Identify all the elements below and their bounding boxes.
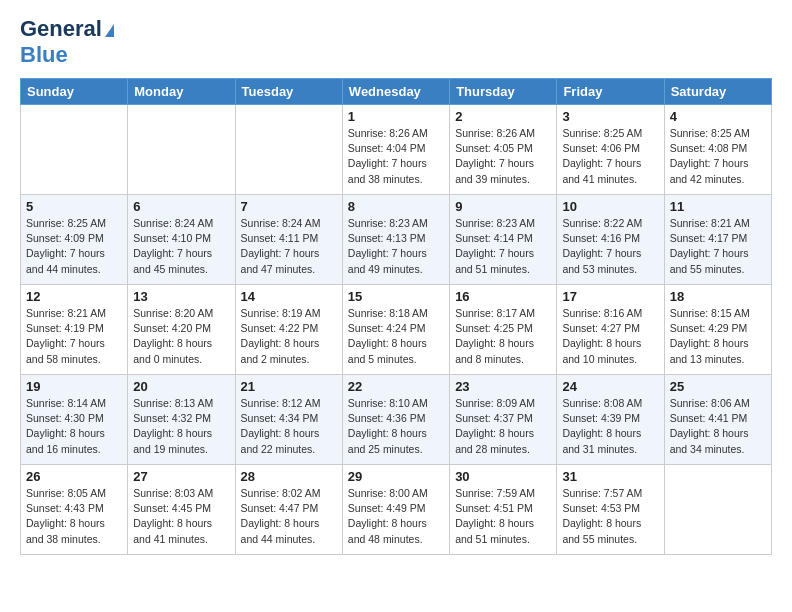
calendar-cell: 14Sunrise: 8:19 AM Sunset: 4:22 PM Dayli…: [235, 285, 342, 375]
day-number: 30: [455, 469, 551, 484]
calendar-cell: 20Sunrise: 8:13 AM Sunset: 4:32 PM Dayli…: [128, 375, 235, 465]
day-info: Sunrise: 8:12 AM Sunset: 4:34 PM Dayligh…: [241, 396, 337, 457]
day-info: Sunrise: 8:25 AM Sunset: 4:09 PM Dayligh…: [26, 216, 122, 277]
weekday-header: Sunday: [21, 79, 128, 105]
day-info: Sunrise: 8:24 AM Sunset: 4:10 PM Dayligh…: [133, 216, 229, 277]
calendar-cell: [128, 105, 235, 195]
calendar-cell: 26Sunrise: 8:05 AM Sunset: 4:43 PM Dayli…: [21, 465, 128, 555]
day-number: 24: [562, 379, 658, 394]
logo: General Blue: [20, 16, 114, 68]
day-number: 7: [241, 199, 337, 214]
logo-triangle-icon: [105, 24, 114, 37]
day-number: 29: [348, 469, 444, 484]
day-number: 10: [562, 199, 658, 214]
day-info: Sunrise: 7:57 AM Sunset: 4:53 PM Dayligh…: [562, 486, 658, 547]
day-info: Sunrise: 8:13 AM Sunset: 4:32 PM Dayligh…: [133, 396, 229, 457]
calendar-cell: [21, 105, 128, 195]
day-number: 26: [26, 469, 122, 484]
calendar-cell: 13Sunrise: 8:20 AM Sunset: 4:20 PM Dayli…: [128, 285, 235, 375]
day-info: Sunrise: 8:21 AM Sunset: 4:19 PM Dayligh…: [26, 306, 122, 367]
calendar-cell: 7Sunrise: 8:24 AM Sunset: 4:11 PM Daylig…: [235, 195, 342, 285]
calendar-cell: 3Sunrise: 8:25 AM Sunset: 4:06 PM Daylig…: [557, 105, 664, 195]
day-number: 17: [562, 289, 658, 304]
logo-blue: Blue: [20, 42, 68, 67]
day-number: 31: [562, 469, 658, 484]
calendar-header-row: SundayMondayTuesdayWednesdayThursdayFrid…: [21, 79, 772, 105]
day-info: Sunrise: 8:16 AM Sunset: 4:27 PM Dayligh…: [562, 306, 658, 367]
day-number: 14: [241, 289, 337, 304]
day-number: 15: [348, 289, 444, 304]
day-info: Sunrise: 8:21 AM Sunset: 4:17 PM Dayligh…: [670, 216, 766, 277]
calendar-cell: 25Sunrise: 8:06 AM Sunset: 4:41 PM Dayli…: [664, 375, 771, 465]
day-info: Sunrise: 8:15 AM Sunset: 4:29 PM Dayligh…: [670, 306, 766, 367]
calendar-week-row: 26Sunrise: 8:05 AM Sunset: 4:43 PM Dayli…: [21, 465, 772, 555]
calendar-cell: 2Sunrise: 8:26 AM Sunset: 4:05 PM Daylig…: [450, 105, 557, 195]
day-number: 11: [670, 199, 766, 214]
day-info: Sunrise: 8:05 AM Sunset: 4:43 PM Dayligh…: [26, 486, 122, 547]
calendar-week-row: 1Sunrise: 8:26 AM Sunset: 4:04 PM Daylig…: [21, 105, 772, 195]
weekday-header: Wednesday: [342, 79, 449, 105]
calendar-cell: 1Sunrise: 8:26 AM Sunset: 4:04 PM Daylig…: [342, 105, 449, 195]
day-number: 4: [670, 109, 766, 124]
calendar-cell: 24Sunrise: 8:08 AM Sunset: 4:39 PM Dayli…: [557, 375, 664, 465]
day-info: Sunrise: 8:00 AM Sunset: 4:49 PM Dayligh…: [348, 486, 444, 547]
day-info: Sunrise: 8:25 AM Sunset: 4:06 PM Dayligh…: [562, 126, 658, 187]
day-info: Sunrise: 8:22 AM Sunset: 4:16 PM Dayligh…: [562, 216, 658, 277]
calendar-cell: 6Sunrise: 8:24 AM Sunset: 4:10 PM Daylig…: [128, 195, 235, 285]
day-info: Sunrise: 7:59 AM Sunset: 4:51 PM Dayligh…: [455, 486, 551, 547]
weekday-header: Friday: [557, 79, 664, 105]
weekday-header: Saturday: [664, 79, 771, 105]
calendar-cell: 9Sunrise: 8:23 AM Sunset: 4:14 PM Daylig…: [450, 195, 557, 285]
logo-general: General: [20, 16, 102, 42]
calendar-cell: 28Sunrise: 8:02 AM Sunset: 4:47 PM Dayli…: [235, 465, 342, 555]
day-number: 5: [26, 199, 122, 214]
calendar-week-row: 5Sunrise: 8:25 AM Sunset: 4:09 PM Daylig…: [21, 195, 772, 285]
day-number: 22: [348, 379, 444, 394]
day-number: 2: [455, 109, 551, 124]
calendar-cell: 16Sunrise: 8:17 AM Sunset: 4:25 PM Dayli…: [450, 285, 557, 375]
day-number: 13: [133, 289, 229, 304]
calendar-cell: 31Sunrise: 7:57 AM Sunset: 4:53 PM Dayli…: [557, 465, 664, 555]
calendar-cell: 5Sunrise: 8:25 AM Sunset: 4:09 PM Daylig…: [21, 195, 128, 285]
day-number: 18: [670, 289, 766, 304]
calendar-cell: 22Sunrise: 8:10 AM Sunset: 4:36 PM Dayli…: [342, 375, 449, 465]
day-number: 12: [26, 289, 122, 304]
day-info: Sunrise: 8:08 AM Sunset: 4:39 PM Dayligh…: [562, 396, 658, 457]
day-info: Sunrise: 8:24 AM Sunset: 4:11 PM Dayligh…: [241, 216, 337, 277]
calendar-cell: 15Sunrise: 8:18 AM Sunset: 4:24 PM Dayli…: [342, 285, 449, 375]
calendar-cell: 10Sunrise: 8:22 AM Sunset: 4:16 PM Dayli…: [557, 195, 664, 285]
day-info: Sunrise: 8:26 AM Sunset: 4:05 PM Dayligh…: [455, 126, 551, 187]
calendar-cell: [235, 105, 342, 195]
day-info: Sunrise: 8:03 AM Sunset: 4:45 PM Dayligh…: [133, 486, 229, 547]
day-number: 1: [348, 109, 444, 124]
day-info: Sunrise: 8:18 AM Sunset: 4:24 PM Dayligh…: [348, 306, 444, 367]
day-info: Sunrise: 8:20 AM Sunset: 4:20 PM Dayligh…: [133, 306, 229, 367]
calendar-cell: 8Sunrise: 8:23 AM Sunset: 4:13 PM Daylig…: [342, 195, 449, 285]
calendar-cell: 23Sunrise: 8:09 AM Sunset: 4:37 PM Dayli…: [450, 375, 557, 465]
day-number: 6: [133, 199, 229, 214]
day-info: Sunrise: 8:09 AM Sunset: 4:37 PM Dayligh…: [455, 396, 551, 457]
day-number: 25: [670, 379, 766, 394]
calendar-cell: 27Sunrise: 8:03 AM Sunset: 4:45 PM Dayli…: [128, 465, 235, 555]
calendar-cell: 19Sunrise: 8:14 AM Sunset: 4:30 PM Dayli…: [21, 375, 128, 465]
weekday-header: Tuesday: [235, 79, 342, 105]
calendar-cell: 4Sunrise: 8:25 AM Sunset: 4:08 PM Daylig…: [664, 105, 771, 195]
day-number: 3: [562, 109, 658, 124]
day-info: Sunrise: 8:19 AM Sunset: 4:22 PM Dayligh…: [241, 306, 337, 367]
day-info: Sunrise: 8:26 AM Sunset: 4:04 PM Dayligh…: [348, 126, 444, 187]
day-number: 27: [133, 469, 229, 484]
calendar-cell: 29Sunrise: 8:00 AM Sunset: 4:49 PM Dayli…: [342, 465, 449, 555]
day-info: Sunrise: 8:23 AM Sunset: 4:14 PM Dayligh…: [455, 216, 551, 277]
calendar-cell: [664, 465, 771, 555]
day-info: Sunrise: 8:10 AM Sunset: 4:36 PM Dayligh…: [348, 396, 444, 457]
calendar: SundayMondayTuesdayWednesdayThursdayFrid…: [20, 78, 772, 555]
day-number: 28: [241, 469, 337, 484]
header: General Blue: [20, 16, 772, 68]
day-number: 21: [241, 379, 337, 394]
day-number: 19: [26, 379, 122, 394]
weekday-header: Monday: [128, 79, 235, 105]
day-number: 20: [133, 379, 229, 394]
calendar-cell: 30Sunrise: 7:59 AM Sunset: 4:51 PM Dayli…: [450, 465, 557, 555]
day-info: Sunrise: 8:02 AM Sunset: 4:47 PM Dayligh…: [241, 486, 337, 547]
day-info: Sunrise: 8:14 AM Sunset: 4:30 PM Dayligh…: [26, 396, 122, 457]
